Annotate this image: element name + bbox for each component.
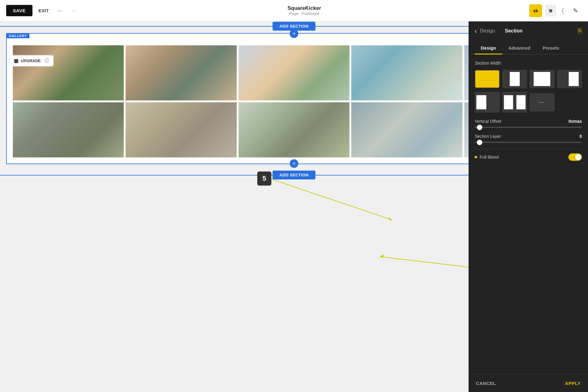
width-option-split[interactable] [502,93,527,111]
svg-rect-7 [534,72,550,86]
vertical-offset-value: 0vmax [568,119,582,124]
gallery-image-6[interactable] [13,102,124,157]
mobile-view-button[interactable]: 〈 [558,5,567,17]
desktop-view-button[interactable]: ■ [545,5,556,17]
design-panel: ‹ Design Section ⎘ Design Advanced Prese… [469,21,588,392]
gallery-image-2[interactable] [126,45,236,100]
svg-line-0 [271,179,392,220]
section-layer-label: Section Layer [475,134,501,139]
panel-header: ‹ Design Section ⎘ [469,21,588,35]
gallery-image-9[interactable] [351,102,462,157]
info-icon[interactable]: ⓘ [44,58,49,64]
vertical-offset-section: Vertical Offset 0vmax [475,119,582,128]
gallery-image-1[interactable] [13,45,124,100]
undo-button[interactable]: ← [54,5,66,17]
full-bleed-row: Full Bleed [475,149,582,165]
width-option-left-block[interactable] [475,93,500,111]
width-option-full[interactable] [475,70,500,88]
more-options-icon: ⋯ [538,98,546,106]
panel-back-button[interactable]: ‹ [475,28,477,35]
exit-button[interactable]: EXIT [39,8,49,13]
vertical-offset-row: Vertical Offset 0vmax [475,119,582,124]
full-bleed-toggle[interactable] [568,153,582,161]
svg-rect-14 [516,95,526,109]
save-button[interactable]: SAVE [6,5,32,16]
tab-presets[interactable]: Presets [537,42,565,55]
section-layer-track[interactable] [475,142,582,143]
svg-rect-13 [504,95,513,109]
width-option-center-left[interactable] [502,70,527,88]
grid-icon: ▦ [14,58,18,64]
width-grid-row1 [475,70,582,88]
width-option-more[interactable]: ⋯ [530,93,555,111]
panel-content: Section Width [469,55,588,374]
section-layer-thumb[interactable] [477,140,482,145]
svg-rect-11 [476,95,486,109]
panel-section-title: Section [505,28,522,34]
tab-advanced[interactable]: Advanced [502,42,537,55]
add-section-bottom-button[interactable]: ADD SECTION [273,171,315,179]
width-option-wider-center[interactable] [530,70,555,88]
apply-button[interactable]: APPLY [565,381,581,386]
step-5-badge: 5 [257,172,271,186]
section-width-label: Section Width [475,61,582,66]
upgrade-badge[interactable]: ▦ UPGRADE ⓘ [9,55,54,66]
add-row-top-button[interactable]: + [290,29,298,38]
sk-logo: sk [529,4,542,17]
history-nav: ← → [54,5,79,17]
full-bleed-label: Full Bleed [480,155,499,160]
paint-button[interactable]: ✎ [569,5,582,17]
page-title: SquareKicker [79,5,529,11]
redo-button[interactable]: → [68,5,79,17]
cancel-button[interactable]: CANCEL [476,381,496,386]
panel-breadcrumb: Design [480,28,495,34]
toggle-thumb [575,154,581,160]
tab-design[interactable]: Design [475,42,502,55]
section-layer-row: Section Layer 0 [475,134,582,139]
panel-tabs: Design Advanced Presets [469,38,588,55]
topbar-center: SquareKicker Page · Published [79,5,529,16]
gallery-image-8[interactable] [239,102,349,157]
width-grid-row2: ⋯ [475,93,582,111]
width-option-right-heavy[interactable] [557,70,582,88]
topbar: SAVE EXIT ← → SquareKicker Page · Publis… [0,0,588,21]
vertical-offset-thumb[interactable] [477,125,482,130]
gallery-image-3[interactable] [239,45,349,100]
topbar-right: sk ■ 〈 ✎ [529,4,582,17]
gallery-image-4[interactable] [351,45,462,100]
svg-rect-9 [569,72,579,86]
svg-marker-3 [380,254,384,258]
page-subtitle: Page · Published [79,11,529,16]
full-bleed-indicator [475,156,477,158]
svg-rect-5 [510,72,520,86]
vertical-offset-label: Vertical Offset [475,119,501,124]
section-layer-value: 0 [579,134,582,139]
panel-monitor-button[interactable]: ⎘ [578,27,582,35]
full-bleed-label-group: Full Bleed [475,155,499,160]
panel-footer: CANCEL APPLY [469,374,588,392]
gallery-label: GALLERY [6,33,29,38]
vertical-offset-track[interactable] [475,127,582,128]
svg-marker-1 [388,217,392,221]
gallery-image-7[interactable] [126,102,236,157]
add-row-bottom-button[interactable]: + [290,159,298,168]
section-layer-section: Section Layer 0 [475,134,582,143]
upgrade-label: UPGRADE [21,58,41,63]
